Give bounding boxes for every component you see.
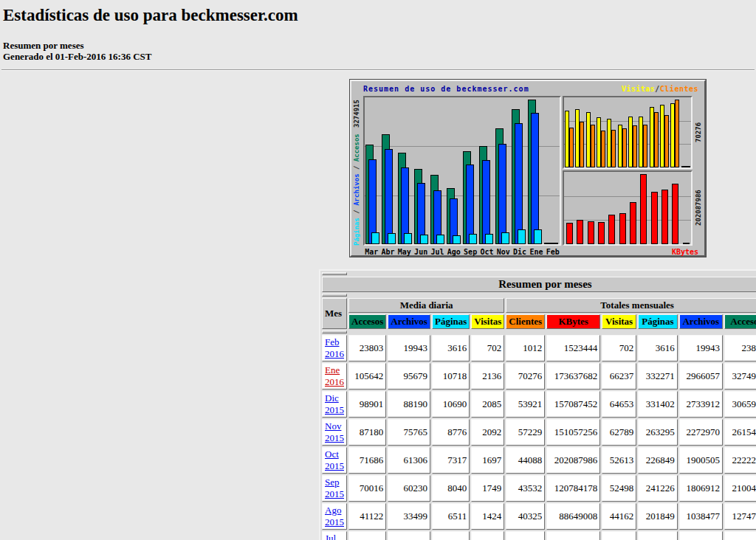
axis-pages-label: Páginas [353, 218, 360, 246]
column-header-páginas: Páginas [432, 314, 470, 329]
stat-cell: 53921 [506, 391, 545, 418]
stat-cell: 1697 [471, 447, 504, 474]
month-link[interactable]: Feb 2016 [325, 336, 344, 359]
group-header-monthly: Totales mensuales [506, 298, 756, 313]
axis-separator: / [353, 162, 360, 173]
table-spacer [322, 294, 347, 297]
bar-archivos [531, 113, 539, 244]
bar-paginas [550, 243, 558, 244]
bar-paginas [404, 233, 412, 244]
table-title: Resumen por meses [322, 277, 756, 292]
table-spacer-row [322, 272, 756, 275]
stat-cell: 61306 [388, 447, 430, 474]
stat-cell: 1274795 [724, 503, 756, 530]
month-cell: Nov 2015 [322, 419, 347, 446]
stat-cell: 88190 [388, 391, 430, 418]
month-link[interactable]: Sep 2015 [325, 477, 344, 499]
bar-kbytes [598, 222, 605, 244]
x-axis-label: Abr [379, 248, 396, 256]
column-header-visitas: Visitas [602, 314, 636, 329]
bar-kbytes [683, 243, 690, 244]
bar-archivos [385, 149, 393, 244]
stat-cell: 40325 [506, 503, 545, 530]
bar-archivos [466, 165, 474, 244]
stat-cell: 2966057 [679, 363, 723, 390]
column-header-archivos: Archivos [388, 314, 430, 329]
month-link[interactable]: Ago 2015 [325, 505, 344, 527]
stat-cell: 50578 [348, 531, 386, 540]
month-cell: Feb 2016 [322, 335, 347, 361]
page-subtitle: Resumen por meses Generado el 01-Feb-201… [3, 40, 756, 62]
column-header-visitas: Visitas [471, 314, 504, 329]
stat-cell: 43532 [506, 475, 545, 502]
month-cell: Ago 2015 [322, 503, 347, 530]
stat-cell: 33499 [388, 503, 430, 530]
stat-cell: 3274915 [724, 363, 756, 390]
x-axis-label: Ago [446, 248, 462, 256]
month-link[interactable]: Dic 2015 [325, 392, 344, 415]
month-link[interactable]: Nov 2015 [325, 420, 344, 443]
stat-cell: 6511 [432, 503, 470, 530]
chart-title: Resumen de uso de beckmesser.com [363, 85, 529, 93]
bar-archivos [482, 160, 490, 244]
bar-clientes [654, 112, 659, 167]
stat-cell: 60230 [388, 475, 430, 502]
y-axis-max-kbytes: 202087986 [695, 170, 703, 246]
bar-kbytes [588, 221, 594, 244]
month-link[interactable]: Ene 2016 [325, 364, 344, 387]
x-axis-label: Nov [495, 248, 512, 256]
page-title: Estadísticas de uso para beckmesser.com [3, 6, 756, 25]
month-link[interactable]: Oct 2015 [325, 449, 344, 471]
bar-archivos [515, 123, 523, 244]
bar-paginas [534, 229, 542, 244]
x-axis-label: Ene [528, 248, 544, 256]
bar-clientes [675, 100, 679, 167]
stat-cell: 201849 [638, 503, 678, 530]
y-axis-max-main: 3274915 [353, 100, 360, 128]
stat-cell: 1900505 [679, 447, 723, 474]
table-row: Oct 201571686613067317169744088202087986… [322, 447, 756, 474]
stat-cell: 10690 [432, 391, 470, 418]
bar-paginas [501, 232, 509, 244]
stat-cell: 7117 [432, 531, 470, 540]
stat-cell: 64653 [602, 391, 636, 418]
stat-cell: 2092 [471, 419, 504, 446]
bar-kbytes [619, 213, 626, 244]
table-row: Nov 201587180757658776209257229151057256… [322, 419, 756, 446]
table-spacer [322, 272, 347, 275]
stat-cell: 19943 [388, 335, 430, 361]
bar-clientes [580, 122, 584, 167]
column-header-clientes: Clientes [506, 314, 545, 329]
x-axis-label: Feb [545, 248, 561, 256]
stat-cell: 1038477 [679, 503, 723, 530]
table-row: Sep 201570016602308040174943532120784178… [322, 475, 756, 502]
stat-cell: 1567935 [724, 531, 756, 540]
bar-kbytes [566, 223, 573, 244]
stat-cell: 95679 [388, 363, 430, 390]
stat-cell: 3065948 [724, 391, 756, 418]
stat-cell: 85844449 [546, 531, 600, 540]
stat-cell: 120784178 [546, 475, 600, 502]
column-header-accesos: Accesos [348, 314, 386, 329]
bar-kbytes [577, 220, 583, 244]
table-row: Dic 201598901881901069020855392115708745… [322, 391, 756, 418]
stat-cell: 41122 [348, 503, 386, 530]
month-link[interactable]: Jul 2015 [325, 533, 344, 540]
stat-cell: 1218604 [679, 531, 723, 540]
stat-cell: 332271 [638, 363, 678, 390]
table-row: Ene 201610564295679107182136702761736376… [322, 363, 756, 390]
stat-cell: 52498 [602, 475, 636, 502]
stat-cell: 151057256 [546, 419, 600, 446]
x-axis-label: Oct [478, 248, 495, 256]
stat-cell: 44162 [602, 503, 636, 530]
stat-cell: 2222270 [724, 447, 756, 474]
stat-cell: 2085 [471, 391, 504, 418]
stat-cell: 52613 [602, 447, 636, 474]
legend-clientes: Clientes [660, 85, 698, 93]
bar-paginas [420, 235, 428, 244]
stat-cell: 7317 [432, 447, 470, 474]
legend-visits: Visitas [622, 85, 656, 93]
stat-cell: 39309 [388, 531, 430, 540]
x-axis-label: Mar [363, 248, 379, 256]
stat-cell: 331402 [638, 391, 678, 418]
